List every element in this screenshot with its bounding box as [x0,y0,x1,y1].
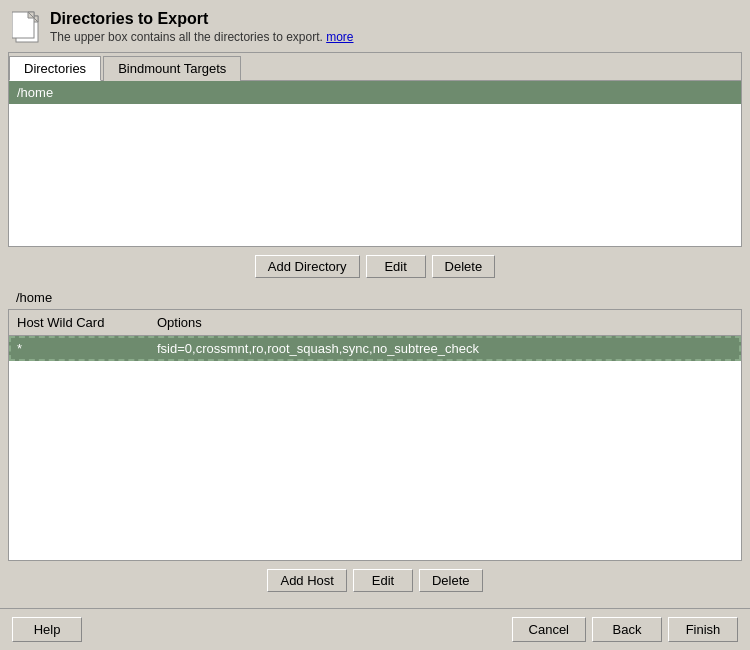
back-button[interactable]: Back [592,617,662,642]
edit-directory-button[interactable]: Edit [366,255,426,278]
add-directory-button[interactable]: Add Directory [255,255,360,278]
host-wildcard-cell: * [9,339,149,358]
options-cell: fsid=0,crossmnt,ro,root_squash,sync,no_s… [149,339,741,358]
directories-list: /home [9,81,741,246]
tab-bindmount[interactable]: Bindmount Targets [103,56,241,81]
finish-button[interactable]: Finish [668,617,738,642]
bottom-left: Help [12,617,82,642]
main-container: Directories to Export The upper box cont… [0,0,750,650]
delete-host-button[interactable]: Delete [419,569,483,592]
tab-bar: Directories Bindmount Targets [9,53,741,81]
host-rows: * fsid=0,crossmnt,ro,root_squash,sync,no… [9,336,741,491]
header: Directories to Export The upper box cont… [0,0,750,52]
table-row[interactable]: * fsid=0,crossmnt,ro,root_squash,sync,no… [9,336,741,361]
host-table: Host Wild Card Options * fsid=0,crossmnt… [8,309,742,561]
bottom-bar: Help Cancel Back Finish [0,608,750,650]
options-column-header: Options [149,313,741,332]
help-button[interactable]: Help [12,617,82,642]
edit-host-button[interactable]: Edit [353,569,413,592]
folders-icon [12,10,40,42]
host-button-row: Add Host Edit Delete [8,561,742,600]
selected-directory-label: /home [8,286,742,309]
delete-directory-button[interactable]: Delete [432,255,496,278]
page-title: Directories to Export [50,10,354,28]
header-text: Directories to Export The upper box cont… [50,10,354,44]
tab-directories[interactable]: Directories [9,56,101,81]
tab-panel: Directories Bindmount Targets /home [8,52,742,247]
list-item[interactable]: /home [9,81,741,104]
host-table-header: Host Wild Card Options [9,310,741,336]
cancel-button[interactable]: Cancel [512,617,586,642]
bottom-right: Cancel Back Finish [512,617,738,642]
add-host-button[interactable]: Add Host [267,569,346,592]
content: Directories Bindmount Targets /home Add … [0,52,750,608]
more-link[interactable]: more [326,30,353,44]
directory-button-row: Add Directory Edit Delete [8,247,742,286]
header-description: The upper box contains all the directori… [50,30,354,44]
host-wildcard-column-header: Host Wild Card [9,313,149,332]
